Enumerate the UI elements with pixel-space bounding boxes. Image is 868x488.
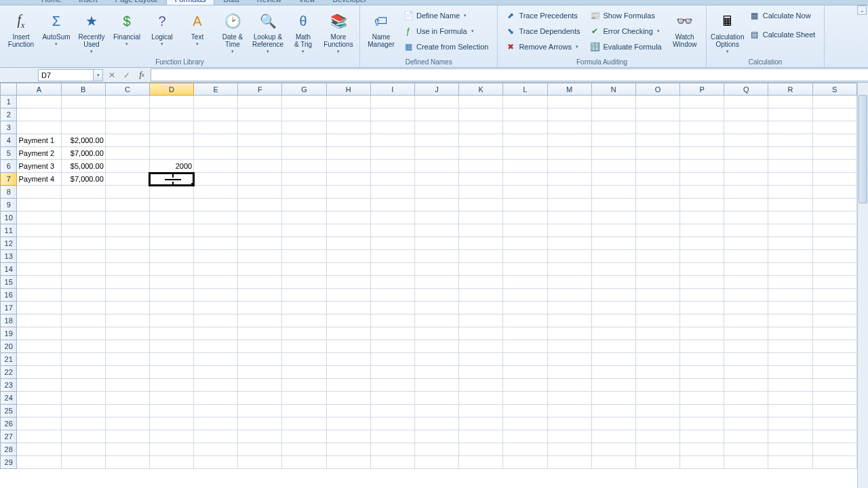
cell-Q5[interactable]	[724, 147, 768, 160]
cell-R2[interactable]	[768, 108, 812, 121]
cell-H2[interactable]	[326, 108, 370, 121]
cell-E21[interactable]	[194, 353, 238, 366]
cell-O22[interactable]	[635, 366, 679, 379]
cell-B26[interactable]	[61, 418, 105, 430]
trace-precedents-button[interactable]: ⬈ Trace Precedents	[502, 8, 585, 23]
cell-D27[interactable]	[149, 430, 193, 443]
cell-C3[interactable]	[105, 121, 149, 134]
row-header-5[interactable]: 5	[1, 147, 17, 160]
cell-F7[interactable]	[238, 173, 282, 186]
cell-G18[interactable]	[282, 314, 326, 327]
cell-F16[interactable]	[238, 289, 282, 302]
select-all-corner[interactable]	[1, 83, 17, 96]
cell-M2[interactable]	[547, 108, 591, 121]
cell-F25[interactable]	[238, 405, 282, 418]
cell-O7[interactable]	[635, 173, 679, 186]
cell-N20[interactable]	[591, 340, 635, 353]
cell-F20[interactable]	[238, 340, 282, 353]
remove-arrows-button[interactable]: ✖ Remove Arrows ▾	[502, 39, 585, 54]
cell-C8[interactable]	[105, 186, 149, 199]
cell-J28[interactable]	[414, 443, 458, 456]
cell-Q28[interactable]	[724, 443, 768, 456]
cell-A4[interactable]: Payment 1	[17, 134, 61, 147]
cell-I7[interactable]	[370, 173, 414, 186]
cell-I12[interactable]	[370, 237, 414, 250]
cell-L26[interactable]	[503, 418, 547, 430]
cell-J1[interactable]	[414, 96, 458, 108]
cell-S20[interactable]	[812, 340, 856, 353]
cell-N17[interactable]	[591, 302, 635, 314]
cell-F18[interactable]	[238, 314, 282, 327]
cell-S15[interactable]	[812, 276, 856, 289]
cell-Q8[interactable]	[724, 186, 768, 199]
cell-D9[interactable]	[149, 199, 193, 211]
cell-E24[interactable]	[194, 392, 238, 405]
cell-H4[interactable]	[326, 134, 370, 147]
cell-I15[interactable]	[370, 276, 414, 289]
cell-O15[interactable]	[635, 276, 679, 289]
vertical-scrollbar[interactable]	[857, 83, 868, 488]
cell-K5[interactable]	[459, 147, 503, 160]
cell-H17[interactable]	[326, 302, 370, 314]
cell-B29[interactable]	[61, 456, 105, 469]
cell-B4[interactable]: $2,000.00	[61, 134, 105, 147]
cell-H7[interactable]	[326, 173, 370, 186]
cell-G4[interactable]	[282, 134, 326, 147]
cell-K22[interactable]	[459, 366, 503, 379]
cell-O13[interactable]	[635, 250, 679, 263]
row-header-11[interactable]: 11	[1, 224, 17, 237]
cell-F28[interactable]	[238, 443, 282, 456]
cell-M4[interactable]	[547, 134, 591, 147]
cell-N27[interactable]	[591, 430, 635, 443]
cell-E22[interactable]	[194, 366, 238, 379]
cell-O16[interactable]	[635, 289, 679, 302]
cell-A11[interactable]	[17, 224, 61, 237]
cell-L11[interactable]	[503, 224, 547, 237]
tab-data[interactable]: Data	[214, 0, 248, 5]
cell-N1[interactable]	[591, 96, 635, 108]
cell-K21[interactable]	[459, 353, 503, 366]
cell-D15[interactable]	[149, 276, 193, 289]
cell-C23[interactable]	[105, 379, 149, 392]
row-header-25[interactable]: 25	[1, 405, 17, 418]
cell-O9[interactable]	[635, 199, 679, 211]
cell-J29[interactable]	[414, 456, 458, 469]
cell-Q16[interactable]	[724, 289, 768, 302]
cell-Q18[interactable]	[724, 314, 768, 327]
cell-F6[interactable]	[238, 160, 282, 173]
tab-view[interactable]: View	[290, 0, 324, 5]
insert-function-button[interactable]: fx Insert Function	[4, 8, 38, 49]
cell-Q6[interactable]	[724, 160, 768, 173]
cell-G13[interactable]	[282, 250, 326, 263]
cell-K29[interactable]	[459, 456, 503, 469]
cell-B24[interactable]	[61, 392, 105, 405]
cell-P20[interactable]	[680, 340, 724, 353]
cell-J2[interactable]	[414, 108, 458, 121]
cell-E27[interactable]	[194, 430, 238, 443]
cell-B15[interactable]	[61, 276, 105, 289]
cell-R18[interactable]	[768, 314, 812, 327]
cell-M3[interactable]	[547, 121, 591, 134]
cell-D16[interactable]	[149, 289, 193, 302]
cell-M27[interactable]	[547, 430, 591, 443]
cell-H25[interactable]	[326, 405, 370, 418]
cell-A13[interactable]	[17, 250, 61, 263]
cell-H23[interactable]	[326, 379, 370, 392]
cell-D12[interactable]	[149, 237, 193, 250]
cell-G12[interactable]	[282, 237, 326, 250]
cell-J12[interactable]	[414, 237, 458, 250]
cell-P3[interactable]	[680, 121, 724, 134]
cell-K4[interactable]	[459, 134, 503, 147]
date-time-button[interactable]: 🕑 Date & Time ▾	[216, 8, 250, 55]
cell-R25[interactable]	[768, 405, 812, 418]
cell-I17[interactable]	[370, 302, 414, 314]
cell-S26[interactable]	[812, 418, 856, 430]
cell-J21[interactable]	[414, 353, 458, 366]
cell-A1[interactable]	[17, 96, 61, 108]
cell-F21[interactable]	[238, 353, 282, 366]
cell-D19[interactable]	[149, 327, 193, 340]
cell-L27[interactable]	[503, 430, 547, 443]
cell-P5[interactable]	[680, 147, 724, 160]
cell-S12[interactable]	[812, 237, 856, 250]
cell-Q17[interactable]	[724, 302, 768, 314]
